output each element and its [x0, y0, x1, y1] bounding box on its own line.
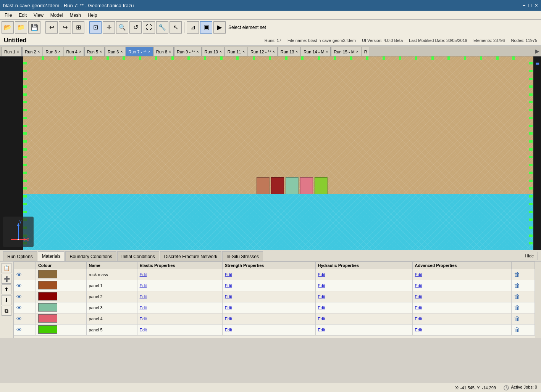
- advanced-edit-panel2[interactable]: Edit: [415, 294, 422, 299]
- select-button[interactable]: ⊡: [89, 21, 102, 34]
- close-tab-run13[interactable]: ×: [296, 50, 298, 54]
- hydraulic-edit-panel3[interactable]: Edit: [318, 305, 325, 310]
- close-tab-run11[interactable]: ×: [242, 50, 245, 54]
- advanced-edit-rockmass[interactable]: Edit: [415, 272, 422, 277]
- save-button[interactable]: 💾: [28, 21, 40, 34]
- open-file-button[interactable]: 📁: [15, 21, 27, 34]
- right-menu-icon[interactable]: ≡: [535, 59, 539, 67]
- maximize-button[interactable]: □: [528, 2, 531, 8]
- tab-run5[interactable]: Run 5 ×: [84, 47, 105, 56]
- move-button[interactable]: ✛: [103, 21, 115, 34]
- add-material-button[interactable]: ➕: [2, 274, 11, 284]
- layers-button[interactable]: ⧉: [2, 306, 11, 316]
- materials-scrollbar[interactable]: [535, 262, 541, 338]
- tab-run4[interactable]: Run 4 ×: [64, 47, 84, 56]
- elastic-edit-panel5[interactable]: Edit: [140, 328, 147, 332]
- close-tab-run7[interactable]: ×: [148, 50, 150, 54]
- close-tab-run15[interactable]: ×: [356, 50, 359, 54]
- delete-panel3[interactable]: 🗑: [514, 304, 520, 311]
- tab-run12[interactable]: Run 12 - ** ×: [248, 47, 278, 56]
- copy-material-button[interactable]: 📋: [2, 263, 11, 273]
- zoom-button[interactable]: 🔍: [116, 21, 128, 34]
- delete-panel5[interactable]: 🗑: [514, 326, 520, 333]
- menu-mesh[interactable]: Mesh: [67, 12, 84, 19]
- close-tab-run4[interactable]: ×: [79, 50, 81, 54]
- elastic-edit-rockmass[interactable]: Edit: [140, 272, 147, 277]
- elastic-edit-panel3[interactable]: Edit: [140, 305, 147, 310]
- elastic-edit-panel4[interactable]: Edit: [140, 316, 147, 321]
- run-button[interactable]: ▶: [213, 21, 226, 34]
- elastic-edit-panel2[interactable]: Edit: [140, 294, 147, 299]
- tab-run7[interactable]: Run 7 - ** ×: [126, 47, 153, 56]
- tab-run9[interactable]: Run 9 - ** ×: [174, 47, 202, 56]
- close-tab-run8[interactable]: ×: [169, 50, 171, 54]
- close-tab-run12[interactable]: ×: [273, 50, 275, 54]
- close-tab-run1[interactable]: ×: [17, 50, 19, 54]
- strength-edit-panel5[interactable]: Edit: [225, 328, 232, 332]
- delete-rockmass[interactable]: 🗑: [514, 271, 520, 278]
- close-button[interactable]: ×: [535, 2, 538, 8]
- open-folder-button[interactable]: 📂: [2, 21, 14, 34]
- advanced-edit-panel4[interactable]: Edit: [415, 316, 422, 321]
- close-tab-run5[interactable]: ×: [100, 50, 102, 54]
- strength-edit-panel2[interactable]: Edit: [225, 294, 232, 299]
- tab-materials[interactable]: Materials: [38, 251, 65, 261]
- minimize-button[interactable]: −: [522, 2, 525, 8]
- tools-button[interactable]: 🔧: [156, 21, 168, 34]
- strength-edit-panel4[interactable]: Edit: [225, 316, 232, 321]
- tab-run1[interactable]: Run 1 ×: [2, 47, 22, 56]
- tab-run13[interactable]: Run 13 ×: [278, 47, 300, 56]
- strength-edit-rockmass[interactable]: Edit: [225, 272, 232, 277]
- tab-run3[interactable]: Run 3 ×: [43, 47, 63, 56]
- undo-button[interactable]: ↩: [45, 21, 58, 34]
- tab-run11[interactable]: Run 11 ×: [225, 47, 247, 56]
- visibility-toggle-panel5[interactable]: 👁: [16, 327, 22, 333]
- visibility-toggle-panel1[interactable]: 👁: [16, 283, 22, 289]
- close-tab-run6[interactable]: ×: [120, 50, 123, 54]
- tab-initial-conditions[interactable]: Initial Conditions: [117, 251, 159, 261]
- tab-dfn[interactable]: Discrete Fracture Network: [160, 251, 221, 261]
- close-tab-run2[interactable]: ×: [38, 50, 40, 54]
- close-tab-run14[interactable]: ×: [326, 50, 328, 54]
- hydraulic-edit-panel2[interactable]: Edit: [318, 294, 325, 299]
- delete-panel1[interactable]: 🗑: [514, 282, 520, 289]
- tab-run14[interactable]: Run 14 - M ×: [301, 47, 331, 56]
- move-up-button[interactable]: ⬆: [2, 284, 11, 294]
- advanced-edit-panel1[interactable]: Edit: [415, 283, 422, 288]
- node-button[interactable]: ⊿: [187, 21, 199, 34]
- tab-run8[interactable]: Run 8 ×: [153, 47, 174, 56]
- tab-run2[interactable]: Run 2 ×: [22, 47, 42, 56]
- visibility-toggle-rockmass[interactable]: 👁: [16, 272, 22, 278]
- menu-file[interactable]: File: [2, 12, 15, 19]
- tab-run15[interactable]: Run 15 - M ×: [331, 47, 361, 56]
- elastic-edit-panel1[interactable]: Edit: [140, 283, 147, 288]
- close-tab-run3[interactable]: ×: [58, 50, 61, 54]
- visibility-toggle-panel4[interactable]: 👁: [16, 316, 22, 322]
- reset-button[interactable]: ↺: [129, 21, 142, 34]
- menu-view[interactable]: View: [31, 12, 47, 19]
- menu-model[interactable]: Model: [47, 12, 66, 19]
- visibility-toggle-panel2[interactable]: 👁: [16, 294, 22, 300]
- tabs-scroll-right[interactable]: ▶: [535, 48, 539, 54]
- visibility-toggle-panel3[interactable]: 👁: [16, 305, 22, 311]
- fullscreen-button[interactable]: ⛶: [143, 21, 155, 34]
- hydraulic-edit-panel4[interactable]: Edit: [318, 316, 325, 321]
- hydraulic-edit-rockmass[interactable]: Edit: [318, 272, 325, 277]
- tab-run10[interactable]: Run 10 ×: [202, 47, 224, 56]
- tab-run-options[interactable]: Run Options: [3, 251, 37, 261]
- materials-table-wrapper[interactable]: Colour Name Elastic Properties Strength …: [14, 262, 535, 338]
- strength-edit-panel1[interactable]: Edit: [225, 283, 232, 288]
- redo-button[interactable]: ↪: [59, 21, 71, 34]
- close-tab-run9[interactable]: ×: [197, 50, 199, 54]
- menu-help[interactable]: Help: [85, 12, 100, 19]
- tab-boundary-conditions[interactable]: Boundary Conditions: [65, 251, 116, 261]
- menu-edit[interactable]: Edit: [16, 12, 30, 19]
- element-button[interactable]: ▣: [200, 21, 212, 34]
- advanced-edit-panel5[interactable]: Edit: [415, 328, 422, 332]
- delete-panel4[interactable]: 🗑: [514, 315, 520, 322]
- strength-edit-panel3[interactable]: Edit: [225, 305, 232, 310]
- hydraulic-edit-panel5[interactable]: Edit: [318, 328, 325, 332]
- tab-runr[interactable]: R: [362, 47, 370, 56]
- move-down-button[interactable]: ⬇: [2, 295, 11, 305]
- cursor-button[interactable]: ↖: [170, 21, 182, 34]
